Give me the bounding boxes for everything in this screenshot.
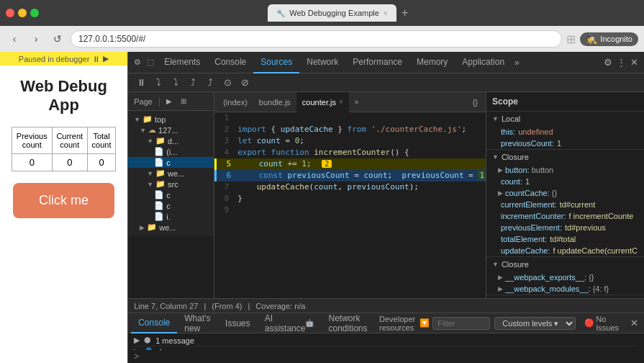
scope-closure2-title[interactable]: ▼ Closure: [486, 257, 644, 272]
devtools-gear-icon[interactable]: ⚙: [604, 57, 612, 68]
devtools-inspect-icon[interactable]: ⬚: [144, 58, 157, 67]
tab-sources[interactable]: Sources: [253, 52, 299, 73]
code-line-1: 1: [214, 112, 486, 124]
col-header-total: Total count: [87, 127, 115, 153]
scope-countcache-expandable[interactable]: ▶ countCache: {}: [486, 187, 644, 199]
console-tab-console[interactable]: Console: [131, 313, 177, 333]
developer-resources-label: Developer resources: [379, 315, 415, 332]
browser-tab-active[interactable]: 🔧 Web Debugging Example ×: [268, 4, 396, 22]
tree-item-we1[interactable]: ▼ 📁 we...: [128, 168, 214, 179]
close-button[interactable]: [6, 9, 14, 17]
tab-network[interactable]: Network: [299, 52, 345, 73]
scope-previous-element: previousElement: td#previous: [486, 222, 644, 233]
tree-item-index[interactable]: 📄 (i...: [128, 146, 214, 157]
tab-application[interactable]: Application: [455, 52, 512, 73]
console-tab-right: Developer resources 🔽 Custom levels ▾ 🔴 …: [379, 315, 641, 332]
bottom-bar: Line 7, Column 27 | (From 4) | Coverage:…: [128, 298, 644, 313]
custom-levels-select[interactable]: Custom levels ▾: [494, 317, 576, 330]
tree-item-src[interactable]: ▼ 📁 src: [128, 179, 214, 189]
forward-button[interactable]: ›: [27, 30, 45, 48]
devtools-settings-icon[interactable]: ⚙: [131, 58, 144, 67]
total-count-value: 0: [87, 153, 115, 171]
step-over-btn[interactable]: ⤵: [151, 76, 165, 90]
scope-update-cache: updateCache: f updateCache(currentC: [486, 245, 644, 256]
filesystem-nav-btn[interactable]: ⊞: [178, 97, 189, 105]
scope-closure1: ▼ Closure ▶ button: button count: 1: [486, 150, 644, 257]
tree-item-i[interactable]: 📄 i.: [128, 211, 214, 222]
minimize-button[interactable]: [18, 9, 27, 17]
step-btn[interactable]: ⤴: [203, 76, 217, 90]
file-tabs-more[interactable]: »: [349, 92, 365, 112]
sources-nav-btn[interactable]: ▶: [163, 97, 175, 105]
refresh-button[interactable]: ↺: [49, 30, 66, 48]
tree-item-c1[interactable]: 📄 c: [128, 189, 214, 200]
tab-elements[interactable]: Elements: [157, 52, 207, 73]
no-issues-icon: 🔴: [584, 318, 594, 328]
scope-panel: Scope ▼ Local this: undefined previousCo…: [486, 92, 644, 298]
incognito-label: Incognito: [600, 35, 632, 43]
page-nav-btn[interactable]: Page: [131, 97, 155, 106]
devtools-body: Page | ▶ ⊞ ▼ 📁 top ▼ ☁: [128, 92, 644, 363]
scope-closure1-title[interactable]: ▼ Closure: [486, 150, 644, 164]
col-header-previous: Previous count: [12, 127, 53, 153]
console-filter-input[interactable]: [432, 317, 490, 330]
dont-pause-btn[interactable]: ⊘: [237, 76, 252, 90]
scope-local-title[interactable]: ▼ Local: [486, 112, 644, 126]
file-tab-close[interactable]: ×: [339, 98, 343, 106]
new-tab-button[interactable]: +: [396, 4, 414, 22]
file-tab-counter[interactable]: counter.js ×: [296, 92, 349, 112]
editor-format-btn[interactable]: {}: [471, 98, 480, 107]
tree-item-top[interactable]: ▼ 📁 top: [128, 114, 214, 125]
console-message-1: ▶ ⬢ 1 message: [134, 335, 638, 346]
traffic-lights: [6, 9, 39, 17]
tab-performance[interactable]: Performance: [345, 52, 409, 73]
paused-label: Paused in debugger: [19, 55, 89, 63]
scope-this: this: undefined: [486, 126, 644, 138]
console-close-btn[interactable]: ✕: [627, 318, 641, 328]
console-prompt: >: [128, 350, 644, 363]
pause-resume-btn[interactable]: ⏸: [134, 76, 148, 90]
code-line-5: 5 count += 1; 2: [214, 158, 486, 170]
file-tab-index[interactable]: (index): [217, 92, 253, 112]
devtools-more-icon[interactable]: ⋮: [617, 57, 626, 68]
console-tab-ai[interactable]: AI assistance 🤖: [258, 313, 322, 333]
back-button[interactable]: ‹: [6, 30, 23, 48]
tab-memory[interactable]: Memory: [409, 52, 455, 73]
console-tab-whats-new[interactable]: What's new: [177, 313, 218, 333]
extensions-icon[interactable]: ⊞: [566, 32, 576, 46]
scope-webpack-modules[interactable]: ▶ __webpack_modules__: {4: f}: [486, 283, 644, 295]
url-bar[interactable]: 127.0.0.1:5500/#/: [71, 30, 562, 48]
console-prompt-input[interactable]: [143, 352, 638, 361]
devtools-more-tabs[interactable]: »: [512, 58, 522, 68]
click-me-button[interactable]: Click me: [13, 183, 114, 218]
url-text: 127.0.0.1:5500/#/: [78, 34, 145, 44]
code-line-4: 4 export function incrementCounter() {: [214, 147, 486, 158]
tab-console[interactable]: Console: [207, 52, 253, 73]
tab-close-button[interactable]: ×: [384, 9, 388, 17]
console-tab-bar: Console What's new Issues AI assistance …: [128, 313, 644, 333]
page-sources-nav: Page | ▶ ⊞: [128, 92, 214, 111]
line-col-indicator: Line 7, Column 27: [134, 302, 198, 310]
code-line-8: 8 }: [214, 193, 486, 205]
resume-icon[interactable]: ▶: [103, 54, 109, 63]
tree-item-c2[interactable]: 📄 c: [128, 200, 214, 211]
step-out-btn[interactable]: ⤴: [186, 76, 200, 90]
tree-item-counter[interactable]: 📄 c: [128, 157, 214, 168]
devtools-upper: Page | ▶ ⊞ ▼ 📁 top ▼ ☁: [128, 92, 644, 298]
scope-button-expandable[interactable]: ▶ button: button: [486, 164, 644, 176]
code-area[interactable]: 1 2 import { updateCache } from './count…: [214, 112, 486, 298]
deactivate-bp-btn[interactable]: ⊙: [220, 76, 235, 90]
file-tab-bundle[interactable]: bundle.js: [253, 92, 296, 112]
tree-item-d[interactable]: ▼ 📁 d...: [128, 135, 214, 146]
devtools-tab-bar: ⚙ ⬚ Elements Console Sources Network Per…: [128, 52, 644, 73]
scope-count: count: 1: [486, 176, 644, 187]
code-line-9: 9: [214, 205, 486, 216]
console-tab-network[interactable]: Network conditions: [321, 313, 379, 333]
devtools-close-icon[interactable]: ✕: [630, 57, 638, 68]
tree-item-we2[interactable]: ▶ 📁 we...: [128, 222, 214, 233]
step-into-btn[interactable]: ⤵: [168, 76, 183, 90]
tree-item-127[interactable]: ▼ ☁ 127...: [128, 125, 214, 135]
maximize-button[interactable]: [30, 9, 39, 17]
console-tab-issues[interactable]: Issues: [218, 313, 258, 333]
scope-webpack-exports[interactable]: ▶ __webpack_exports__: {}: [486, 272, 644, 283]
